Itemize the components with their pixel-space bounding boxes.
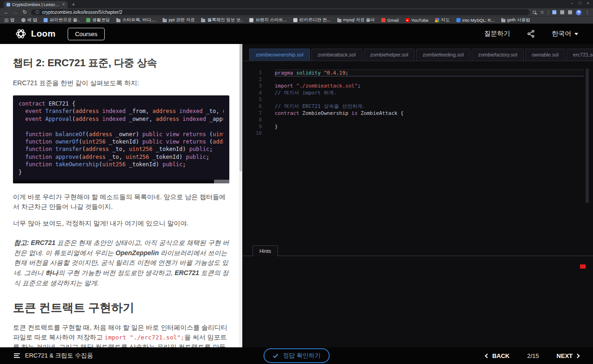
maximize-icon[interactable]: □ [579,1,581,6]
bookmark-star-icon[interactable]: ☆ [540,10,544,15]
text-segment: 의 구현 가능한 버전 정도로만 생각하고, [58,269,175,276]
bookmark-item[interactable]: 앱 [4,17,15,23]
file-tab[interactable]: zombieownership.sol [249,49,310,61]
app-header: Loom Courses 질문하기 한국어 [0,24,593,44]
bookmark-item[interactable]: 브랜치 스마트... [249,17,287,23]
file-tab[interactable]: zombiehelper.sol [364,49,415,61]
bookmark-item[interactable]: ppt 관련 자료 [163,17,195,23]
language-selector[interactable]: 한국어 [552,30,578,38]
zoom-icon[interactable] [533,11,536,14]
editor-panel: zombieownership.sol zombieattack.sol zom… [242,44,593,347]
text-segment: import "./erc721.sol"; [105,334,184,341]
address-bar[interactable]: ⓘ cryptozombies.io/ko/lesson/5/chapter/2 [31,9,530,15]
lesson-intro: ERC721 표준을 한번 같이 살펴보도록 하지: [13,78,229,88]
code-line [275,117,584,124]
toolbar-actions: ☆ ⋮ [533,10,590,15]
bookmark-item[interactable]: mysql 자료 폴더 [337,17,375,23]
next-button[interactable]: NEXT [556,352,579,359]
share-icon[interactable] [527,30,535,38]
horizontal-scrollbar[interactable] [13,180,229,183]
editor-gutter: 12345678910 [242,69,266,245]
scrollbar-thumb[interactable] [240,44,242,171]
bookmark-item[interactable]: 생활코딩 [86,17,110,23]
lesson-scrollbar[interactable] [239,44,242,347]
page-indicator: 2/15 [527,352,539,359]
code-line: contract ERC721 { [19,100,224,107]
tab-close-icon[interactable]: × [62,2,65,7]
bookmark-label: mysql 자료 폴더 [343,17,375,23]
bookmark-item[interactable]: into MySQL: R... [456,18,495,23]
profile-avatar[interactable] [576,10,581,15]
extension-icon[interactable] [568,10,572,14]
bookmark-item[interactable]: YouTube [405,18,429,23]
extension-icon[interactable] [560,10,564,14]
back-button[interactable]: BACK [486,352,510,359]
bookmark-item[interactable]: 파이썬으로 블.. [44,17,80,23]
vertical-scrollbar[interactable] [586,69,589,203]
forward-icon[interactable]: → [13,10,19,15]
file-tab[interactable]: erc721.sol [567,49,593,61]
minimize-icon[interactable]: – [571,1,573,6]
extension-icon[interactable] [552,10,556,14]
ask-question-link[interactable]: 질문하기 [484,30,510,38]
loom-knot-icon [15,28,27,40]
bookmark-favicon [456,18,461,22]
bookmark-favicon [4,18,8,22]
file-tab[interactable]: ownable.sol [525,49,565,61]
screen: CryptoZombies | Lesson 5 × + – □ × ← → ↻… [0,0,593,364]
lesson-title: 챕터 2: ERC721 표준, 다중 상속 [13,56,229,70]
file-tab[interactable]: zombieattack.sol [311,49,362,61]
back-icon[interactable]: ← [3,10,9,15]
bookmark-label: 새 탭 [27,17,38,23]
code-line: function takeOwnership(uint256 _tokenId)… [19,161,224,168]
reload-icon[interactable]: ↻ [22,10,28,15]
bookmark-item[interactable]: 리카르디안 컨... [293,17,331,23]
code-line: // 여기서 import 하게. [275,90,584,97]
bookmark-item[interactable]: 새 탭 [21,17,38,23]
close-icon[interactable]: × [587,1,589,6]
bookmark-item[interactable]: 지도 [435,17,450,23]
line-number: 3 [242,83,262,90]
loom-logo[interactable]: Loom [15,28,56,40]
interface-code-lines: contract ERC721 { event Transfer(address… [19,100,224,176]
new-tab-button[interactable]: + [72,2,75,7]
check-answer-button[interactable]: 정답 확인하기 [264,348,330,363]
code-area[interactable]: pragma solidity ^0.4.19; import "./zombi… [275,69,584,245]
code-line: import "./zombieattack.sol"; [275,83,584,90]
bookmark-item[interactable]: geth 사용법 [501,17,530,23]
bookmark-label: 지도 [441,17,450,23]
bookmark-label: 파이썬으로 블.. [50,17,80,23]
code-line [275,96,584,103]
lesson-paragraph: 이게 바로 우리가 구현해야 할 메소드들의 목록이네. 앞으로 남은 챕터들에… [13,192,229,212]
url-text: cryptozombies.io/ko/lesson/5/chapter/2 [42,10,122,15]
bottom-bar: ERC721 & 크립토 수집품 정답 확인하기 BACK 2/15 NEXT [0,347,593,364]
line-number: 4 [242,90,262,97]
file-tab-bar: zombieownership.sol zombieattack.sol zom… [242,44,593,61]
bookmark-label: into MySQL: R... [462,18,495,23]
courses-button[interactable]: Courses [68,28,105,40]
bookmark-item[interactable]: Gmail [381,18,399,23]
bookmark-label: ppt 관련 자료 [169,17,195,23]
chevron-right-icon [575,353,580,358]
brand-name: Loom [31,29,56,39]
pagination: BACK 2/15 NEXT [486,352,579,359]
bookmark-item[interactable]: 스타트랙, 바다,... [116,17,156,23]
file-tab[interactable]: zombiefeeding.sol [416,49,470,61]
bookmark-favicon [501,19,505,22]
bookmark-item[interactable]: 블록체인 정보 보.. [201,17,243,23]
hints-tab[interactable]: Hints [252,245,278,256]
lesson-paragraph: 너무 많아 보여도, 걱정하지 말게! 내가 여기에 있으니 말이야. [13,219,229,228]
lesson-menu-button[interactable]: ERC721 & 크립토 수집품 [14,351,93,360]
line-number: 1 [242,69,262,76]
code-line: event Transfer(address indexed _from, ad… [19,107,224,115]
tab-title: CryptoZombies | Lesson 5 [12,2,60,7]
bookmark-label: Gmail [387,18,399,23]
file-tab[interactable]: zombiefactory.sol [472,49,524,61]
browser-tab[interactable]: CryptoZombies | Lesson 5 × [4,1,68,8]
section-heading: 토큰 컨트랙트 구현하기 [13,300,229,315]
scrollbar-thumb[interactable] [13,180,214,183]
site-info-icon[interactable]: ⓘ [35,10,39,14]
code-editor[interactable]: 12345678910 pragma solidity ^0.4.19; imp… [242,61,593,245]
bookmark-favicon [163,19,167,22]
browser-menu-icon[interactable]: ⋮ [585,10,590,15]
